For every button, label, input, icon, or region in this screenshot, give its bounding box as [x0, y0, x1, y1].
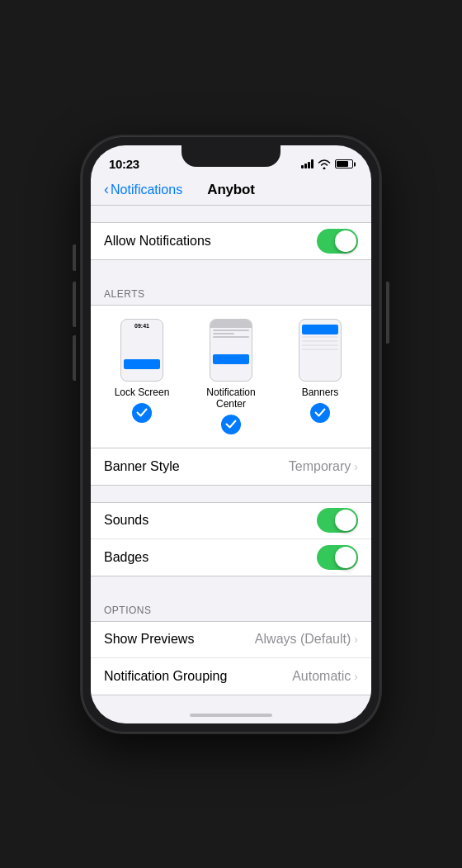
- lock-screen-label: Lock Screen: [115, 387, 170, 398]
- allow-notifications-section: Allow Notifications: [91, 222, 371, 260]
- banner-style-label: Banner Style: [104, 459, 180, 474]
- allow-notifications-toggle[interactable]: [317, 229, 358, 254]
- lock-screen-checkmark[interactable]: [132, 403, 152, 423]
- alert-option-lock-screen[interactable]: 09:41 Lock Screen: [105, 319, 179, 423]
- spacer-3: [91, 486, 371, 502]
- spacer-4: [91, 576, 371, 593]
- home-indicator[interactable]: [190, 714, 272, 717]
- volume-up-button[interactable]: [73, 282, 76, 327]
- alert-options-row: 09:41 Lock Screen: [97, 319, 365, 434]
- battery-fill: [337, 161, 348, 167]
- power-button[interactable]: [386, 282, 389, 344]
- sounds-label: Sounds: [104, 513, 148, 528]
- checkmark-icon-3: [314, 408, 326, 417]
- notif-center-bar: [213, 354, 249, 364]
- alert-option-notification-center[interactable]: Notification Center: [194, 319, 268, 434]
- wifi-icon: [318, 159, 331, 169]
- lock-screen-icon: 09:41: [120, 319, 163, 382]
- banners-bar: [302, 325, 338, 334]
- badges-label: Badges: [104, 550, 148, 565]
- banner-style-chevron-icon: ›: [354, 460, 358, 473]
- silent-switch[interactable]: [73, 244, 76, 271]
- nav-bar: ‹ Notifications Anybot: [91, 178, 371, 206]
- scroll-content[interactable]: Allow Notifications ALERTS 09:41 Lock Sc…: [91, 206, 371, 701]
- page-title: Anybot: [207, 182, 254, 198]
- show-previews-chevron-icon: ›: [354, 633, 358, 646]
- back-label[interactable]: Notifications: [111, 183, 182, 197]
- back-button[interactable]: ‹ Notifications: [104, 183, 182, 197]
- notification-grouping-chevron-icon: ›: [354, 670, 358, 683]
- options-section-header: OPTIONS: [91, 593, 371, 621]
- banner-style-row[interactable]: Banner Style Temporary ›: [91, 448, 371, 485]
- show-previews-label: Show Previews: [104, 632, 194, 647]
- allow-notifications-label: Allow Notifications: [104, 234, 211, 249]
- signal-bar-2: [304, 164, 307, 168]
- spacer-2: [91, 260, 371, 277]
- spacer-bottom: [91, 695, 371, 701]
- status-icons: [301, 159, 353, 169]
- banner-style-value: Temporary: [289, 459, 351, 474]
- sounds-row[interactable]: Sounds: [91, 503, 371, 539]
- show-previews-value: Always (Default): [255, 632, 351, 647]
- alert-option-banners[interactable]: Banners: [283, 319, 357, 423]
- notch: [182, 145, 280, 167]
- notification-center-icon: [210, 319, 252, 382]
- volume-down-button[interactable]: [73, 335, 76, 381]
- lock-screen-notification-bar: [124, 359, 160, 369]
- options-section: Show Previews Always (Default) › Notific…: [91, 621, 371, 695]
- banners-label: Banners: [302, 387, 339, 398]
- alerts-section-header: ALERTS: [91, 277, 371, 305]
- lock-screen-time: 09:41: [121, 320, 163, 329]
- battery-icon: [335, 159, 353, 168]
- notification-grouping-value: Automatic: [292, 669, 351, 684]
- signal-bar-4: [311, 159, 314, 168]
- signal-bar-1: [301, 165, 304, 168]
- phone-frame: 10:23: [82, 137, 380, 732]
- allow-notifications-row[interactable]: Allow Notifications: [91, 223, 371, 259]
- show-previews-value-group: Always (Default) ›: [255, 632, 358, 647]
- status-time: 10:23: [109, 157, 139, 171]
- checkmark-icon-2: [225, 420, 237, 429]
- banners-icon: [299, 319, 342, 382]
- signal-icon: [301, 159, 314, 168]
- notification-center-label: Notification Center: [194, 387, 268, 410]
- banner-style-value-group: Temporary ›: [289, 459, 358, 474]
- notification-grouping-label: Notification Grouping: [104, 669, 227, 684]
- show-previews-row[interactable]: Show Previews Always (Default) ›: [91, 622, 371, 658]
- banner-style-section: Banner Style Temporary ›: [91, 448, 371, 486]
- back-chevron-icon: ‹: [104, 182, 109, 197]
- notification-grouping-row[interactable]: Notification Grouping Automatic ›: [91, 658, 371, 695]
- banners-checkmark[interactable]: [310, 403, 330, 423]
- badges-toggle[interactable]: [317, 545, 358, 570]
- notif-center-top: [210, 320, 252, 328]
- notification-grouping-value-group: Automatic ›: [292, 669, 358, 684]
- notif-center-lines: [210, 328, 252, 341]
- checkmark-icon: [136, 408, 148, 417]
- sounds-badges-section: Sounds Badges: [91, 502, 371, 576]
- notification-center-checkmark[interactable]: [221, 415, 241, 434]
- signal-bar-3: [308, 162, 310, 168]
- spacer-1: [91, 206, 371, 222]
- phone-screen: 10:23: [91, 145, 371, 723]
- alerts-section: 09:41 Lock Screen: [91, 305, 371, 448]
- badges-row[interactable]: Badges: [91, 539, 371, 576]
- sounds-toggle[interactable]: [317, 508, 358, 533]
